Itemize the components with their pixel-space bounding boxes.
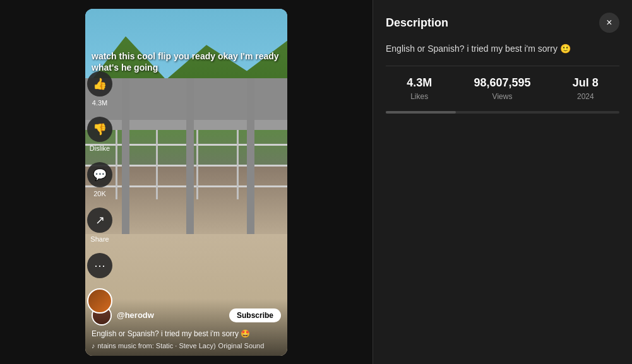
- comments-count: 20K: [93, 190, 106, 197]
- railing-post: [196, 130, 198, 199]
- pillar: [247, 78, 254, 235]
- date-value: Jul 8: [573, 76, 599, 90]
- share-label: Share: [90, 235, 109, 243]
- creator-avatar[interactable]: [87, 288, 112, 314]
- music-note-icon: ♪: [92, 342, 95, 349]
- more-button[interactable]: ⋯: [87, 253, 112, 278]
- views-label: Views: [492, 92, 513, 101]
- views-value: 98,607,595: [474, 76, 530, 90]
- original-sound[interactable]: Original Sound: [218, 342, 265, 349]
- stat-date: Jul 8 2024: [573, 76, 599, 101]
- action-sidebar: 👍 4.3M 👎 Dislike 💬 20K ↗ Share ⋯: [87, 71, 112, 314]
- railing-post: [237, 130, 239, 199]
- pillar: [186, 78, 194, 235]
- divider: [386, 66, 619, 66]
- railing-post: [116, 130, 117, 199]
- comments-button[interactable]: 💬 20K: [87, 162, 112, 197]
- like-count: 4.3M: [92, 99, 107, 107]
- share-button[interactable]: ↗ Share: [87, 208, 112, 243]
- music-text: ntains music from: Static · Steve Lacy): [98, 342, 216, 349]
- share-icon: ↗: [87, 208, 112, 233]
- video-description: English or Spanish? i tried my best i'm …: [92, 329, 281, 339]
- user-row: @herodw Subscribe: [92, 305, 281, 326]
- video-caption: watch this cool flip you ready okay I'm …: [92, 50, 281, 73]
- like-icon: 👍: [87, 71, 112, 97]
- dislike-icon: 👎: [87, 117, 112, 142]
- railing-post: [156, 130, 158, 199]
- video-section: watch this cool flip you ready okay I'm …: [0, 0, 373, 364]
- description-panel: Description × English or Spanish? i trie…: [373, 0, 632, 364]
- panel-description-text: English or Spanish? i tried my best i'm …: [386, 43, 619, 56]
- likes-label: Likes: [410, 92, 428, 101]
- progress-fill: [386, 111, 456, 114]
- dislike-label: Dislike: [90, 144, 110, 152]
- stat-likes: 4.3M Likes: [407, 76, 432, 101]
- panel-header: Description ×: [386, 13, 619, 33]
- panel-title: Description: [386, 16, 448, 30]
- username: @herodw: [117, 310, 224, 320]
- like-button[interactable]: 👍 4.3M: [87, 71, 112, 107]
- progress-bar[interactable]: [386, 111, 619, 114]
- comments-icon: 💬: [87, 162, 112, 187]
- stat-views: 98,607,595 Views: [474, 76, 530, 101]
- subscribe-button[interactable]: Subscribe: [229, 308, 281, 322]
- video-player[interactable]: watch this cool flip you ready okay I'm …: [85, 9, 287, 356]
- likes-value: 4.3M: [407, 76, 432, 90]
- video-overlay-bottom: @herodw Subscribe English or Spanish? i …: [85, 299, 287, 356]
- music-info: ♪ ntains music from: Static · Steve Lacy…: [92, 342, 281, 349]
- pillar: [122, 78, 129, 235]
- date-label: 2024: [577, 92, 594, 101]
- app-container: watch this cool flip you ready okay I'm …: [0, 0, 632, 364]
- close-button[interactable]: ×: [599, 13, 619, 33]
- dislike-button[interactable]: 👎 Dislike: [87, 117, 112, 152]
- stats-row: 4.3M Likes 98,607,595 Views Jul 8 2024: [386, 76, 619, 101]
